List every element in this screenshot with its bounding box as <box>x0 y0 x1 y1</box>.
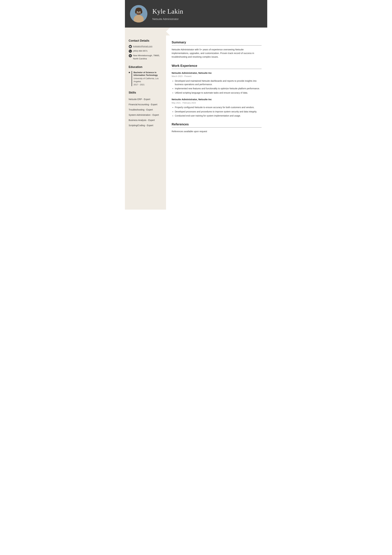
job-bullet-item: Developed and maintained Netsuite dashbo… <box>175 79 262 86</box>
avatar-wrapper <box>130 5 147 22</box>
job-entry: Netsuite Administrator, Netsuite IncMay … <box>172 98 262 117</box>
skill-item: Financial Accounting - Expert <box>129 102 162 107</box>
education-section: Education Bachelor of Science in Informa… <box>129 65 162 86</box>
job-date: March 2023 - Present <box>172 75 262 78</box>
skills-section: Skills Netsuite ERP - ExpertFinancial Ac… <box>129 91 162 128</box>
svg-point-8 <box>137 11 138 12</box>
references-text: References available upon request <box>172 130 262 133</box>
svg-point-14 <box>138 12 139 13</box>
body-layout: Contact Details kylelakin@gmail.com <box>125 36 267 210</box>
job-bullet-item: Properly configured Netsuite to ensure a… <box>175 106 262 109</box>
education-item: Bachelor of Science in Information Techn… <box>129 71 162 86</box>
header-section: Kyle Lakin Netsuite Administrator <box>125 0 267 28</box>
contact-section-title: Contact Details <box>129 39 162 43</box>
edu-content: Bachelor of Science in Information Techn… <box>132 71 162 86</box>
header-text: Kyle Lakin Netsuite Administrator <box>152 7 261 21</box>
summary-text: Netsuite Administrator with 5+ years of … <box>172 48 262 59</box>
address-value: New Minnieborough, 79665, North Carolina <box>133 54 160 60</box>
references-section: References References available upon req… <box>172 122 262 133</box>
avatar <box>130 5 147 22</box>
job-bullets: Developed and maintained Netsuite dashbo… <box>172 79 262 95</box>
svg-point-4 <box>135 10 137 14</box>
references-section-title: References <box>172 122 262 128</box>
skills-list: Netsuite ERP - ExpertFinancial Accountin… <box>129 97 162 128</box>
skill-item: System Administration - Expert <box>129 112 162 118</box>
phone-contact-item: (453) 064 0571 <box>129 49 162 53</box>
svg-point-5 <box>140 10 142 14</box>
education-section-title: Education <box>129 65 162 69</box>
address-contact-item: New Minnieborough, 79665, North Carolina <box>129 54 162 60</box>
chevron-decoration <box>125 28 267 36</box>
email-icon <box>129 45 132 48</box>
work-experience-section: Work Experience Netsuite Administrator, … <box>172 63 262 118</box>
chevron-left <box>125 28 166 36</box>
edu-school: University of California, Los Angeles <box>134 77 162 83</box>
resume-page: Kyle Lakin Netsuite Administrator Contac… <box>125 0 267 210</box>
job-date: May 2021 - February 2023 <box>172 101 262 104</box>
contact-section: Contact Details kylelakin@gmail.com <box>129 39 162 60</box>
candidate-title: Netsuite Administrator <box>152 17 261 21</box>
skill-item: Troubleshooting - Expert <box>129 107 162 112</box>
phone-value: (453) 064 0571 <box>133 49 148 52</box>
edu-bullet <box>129 72 130 73</box>
job-bullets: Properly configured Netsuite to ensure a… <box>172 106 262 117</box>
chevron-right <box>166 28 267 36</box>
edu-degree: Bachelor of Science in Information Techn… <box>134 71 162 77</box>
skill-item: Netsuite ERP - Expert <box>129 97 162 102</box>
work-experience-title: Work Experience <box>172 63 262 69</box>
phone-icon <box>129 50 132 53</box>
job-bullet-item: Conducted end-user training for system i… <box>175 114 262 117</box>
job-bullet-item: Implemented new features and functionali… <box>175 87 262 90</box>
skills-section-title: Skills <box>129 91 162 95</box>
candidate-name: Kyle Lakin <box>152 7 261 16</box>
edu-years: 2017 - 2021 <box>134 83 162 86</box>
job-title: Netsuite Administrator, Netsuite Inc <box>172 98 262 101</box>
main-content: Summary Netsuite Administrator with 5+ y… <box>166 36 267 210</box>
email-contact-item: kylelakin@gmail.com <box>129 45 162 48</box>
summary-section: Summary Netsuite Administrator with 5+ y… <box>172 40 262 59</box>
job-title: Netsuite Administrator, Netsuite Inc <box>172 71 262 75</box>
jobs-list: Netsuite Administrator, Netsuite IncMarc… <box>172 71 262 118</box>
email-value[interactable]: kylelakin@gmail.com <box>133 45 152 48</box>
svg-point-9 <box>140 11 140 12</box>
skill-item: Business Analysis - Expert <box>129 118 162 123</box>
job-bullet-item: Developed processes and procedures to im… <box>175 110 262 113</box>
location-icon <box>129 54 132 57</box>
job-bullet-item: Utilized scripting language to automate … <box>175 91 262 95</box>
summary-section-title: Summary <box>172 40 262 46</box>
job-entry: Netsuite Administrator, Netsuite IncMarc… <box>172 71 262 95</box>
sidebar: Contact Details kylelakin@gmail.com <box>125 36 166 210</box>
skill-item: Scripting/Coding - Expert <box>129 123 162 128</box>
